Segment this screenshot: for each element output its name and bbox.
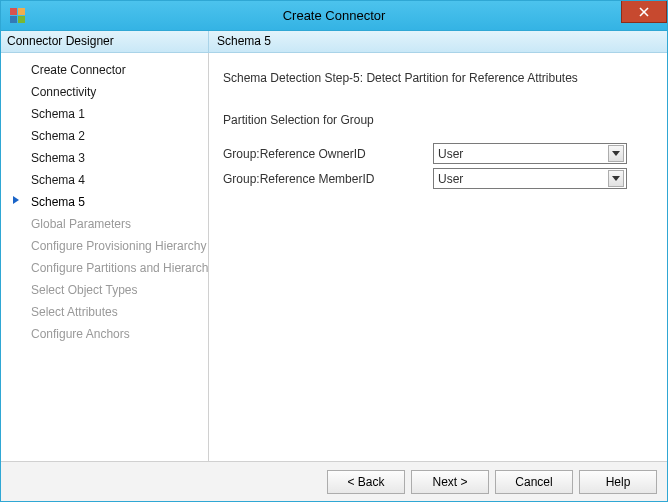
subheader: Connector Designer Schema 5 [1, 31, 667, 53]
sidebar-item-schema-1[interactable]: Schema 1 [1, 103, 208, 125]
sidebar-item-label: Create Connector [31, 63, 126, 77]
sidebar-item-label: Schema 4 [31, 173, 85, 187]
chevron-down-icon [608, 170, 624, 187]
dropdown-memberid[interactable]: User [433, 168, 627, 189]
sidebar-item-configure-anchors: Configure Anchors [1, 323, 208, 345]
sidebar-item-configure-provisioning-hierarchy: Configure Provisioning Hierarchy [1, 235, 208, 257]
sidebar-item-schema-3[interactable]: Schema 3 [1, 147, 208, 169]
next-button[interactable]: Next > [411, 470, 489, 494]
field-label-ownerid: Group:Reference OwnerID [223, 147, 433, 161]
subheader-left: Connector Designer [1, 31, 209, 52]
app-icon [9, 8, 25, 24]
dropdown-value: User [438, 172, 463, 186]
sidebar-item-select-attributes: Select Attributes [1, 301, 208, 323]
sidebar-item-label: Configure Provisioning Hierarchy [31, 239, 206, 253]
section-title: Partition Selection for Group [223, 113, 653, 127]
sidebar-item-schema-5[interactable]: Schema 5 [1, 191, 208, 213]
field-row-ownerid: Group:Reference OwnerID User [223, 143, 653, 164]
titlebar: Create Connector [1, 1, 667, 31]
body: Create Connector Connectivity Schema 1 S… [1, 53, 667, 461]
sidebar-item-label: Select Attributes [31, 305, 118, 319]
sidebar-item-label: Select Object Types [31, 283, 138, 297]
sidebar-item-label: Schema 3 [31, 151, 85, 165]
dropdown-value: User [438, 147, 463, 161]
sidebar: Create Connector Connectivity Schema 1 S… [1, 53, 209, 461]
footer: < Back Next > Cancel Help [1, 461, 667, 501]
dropdown-ownerid[interactable]: User [433, 143, 627, 164]
field-row-memberid: Group:Reference MemberID User [223, 168, 653, 189]
sidebar-item-schema-2[interactable]: Schema 2 [1, 125, 208, 147]
sidebar-item-schema-4[interactable]: Schema 4 [1, 169, 208, 191]
sidebar-item-label: Schema 1 [31, 107, 85, 121]
subheader-right: Schema 5 [209, 31, 667, 52]
sidebar-item-label: Schema 2 [31, 129, 85, 143]
sidebar-item-connectivity[interactable]: Connectivity [1, 81, 208, 103]
help-button[interactable]: Help [579, 470, 657, 494]
window-title: Create Connector [1, 8, 667, 23]
sidebar-item-configure-partitions-hierarchies: Configure Partitions and Hierarchies [1, 257, 208, 279]
sidebar-item-label: Configure Partitions and Hierarchies [31, 261, 209, 275]
dialog-window: Create Connector Connector Designer Sche… [0, 0, 668, 502]
back-button[interactable]: < Back [327, 470, 405, 494]
step-description: Schema Detection Step-5: Detect Partitio… [223, 71, 653, 85]
sidebar-item-label: Connectivity [31, 85, 96, 99]
field-label-memberid: Group:Reference MemberID [223, 172, 433, 186]
chevron-down-icon [608, 145, 624, 162]
sidebar-item-label: Configure Anchors [31, 327, 130, 341]
close-icon [639, 7, 649, 17]
close-button[interactable] [621, 1, 667, 23]
cancel-button[interactable]: Cancel [495, 470, 573, 494]
sidebar-item-label: Schema 5 [31, 195, 85, 209]
sidebar-item-label: Global Parameters [31, 217, 131, 231]
sidebar-item-create-connector[interactable]: Create Connector [1, 59, 208, 81]
sidebar-item-global-parameters: Global Parameters [1, 213, 208, 235]
sidebar-item-select-object-types: Select Object Types [1, 279, 208, 301]
content-pane: Schema Detection Step-5: Detect Partitio… [209, 53, 667, 461]
